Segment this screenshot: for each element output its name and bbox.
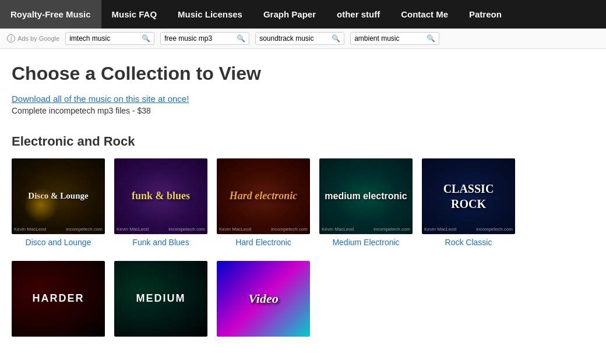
thumb-label-funk: funk & blues bbox=[114, 158, 207, 234]
credit-left-funk: Kevin MacLeod bbox=[117, 227, 149, 232]
ads-info: i Ads by Google bbox=[7, 34, 59, 43]
collection-item-funk[interactable]: funk & blues Kevin MacLeod incompetech.c… bbox=[114, 158, 207, 247]
collection-link-disco[interactable]: Disco and Lounge bbox=[26, 238, 91, 247]
collection-thumb-classic: CLASSIC ROCK Kevin MacLeod incompetech.c… bbox=[422, 158, 515, 234]
main-nav: Royalty-Free Music Music FAQ Music Licen… bbox=[0, 0, 606, 29]
credit-right-hard: incompetech.com bbox=[271, 227, 308, 232]
bottom-row: HARDER MEDIUM Video bbox=[12, 261, 594, 337]
credit-left-hard: Kevin MacLeod bbox=[219, 227, 251, 232]
download-all-link[interactable]: Download all of the music on this site a… bbox=[12, 94, 594, 104]
collection-item-classic[interactable]: CLASSIC ROCK Kevin MacLeod incompetech.c… bbox=[422, 158, 515, 247]
credit-line-hard: Kevin MacLeod incompetech.com bbox=[217, 227, 310, 232]
credit-line-funk: Kevin MacLeod incompetech.com bbox=[114, 227, 207, 232]
collection-item-hard[interactable]: Hard electronic Kevin MacLeod incompetec… bbox=[217, 158, 310, 247]
collection-item-medium2[interactable]: MEDIUM bbox=[114, 261, 207, 337]
collection-item-disco[interactable]: Disco & Lounge Kevin MacLeod incompetech… bbox=[12, 158, 105, 247]
nav-music-faq[interactable]: Music FAQ bbox=[101, 0, 168, 29]
credit-left-classic: Kevin MacLeod bbox=[424, 227, 456, 232]
main-content: Choose a Collection to View Download all… bbox=[0, 49, 606, 351]
thumb-label-classic: CLASSIC ROCK bbox=[422, 158, 515, 234]
collection-thumb-disco: Disco & Lounge Kevin MacLeod incompetech… bbox=[12, 158, 105, 234]
nav-royalty-free[interactable]: Royalty-Free Music bbox=[0, 0, 101, 29]
search-icon-4[interactable]: 🔍 bbox=[427, 34, 435, 43]
ads-bar: i Ads by Google 🔍 🔍 🔍 🔍 bbox=[0, 29, 606, 49]
ad-search-2[interactable]: 🔍 bbox=[160, 32, 249, 45]
ad-search-input-4[interactable] bbox=[354, 34, 424, 43]
nav-contact-me[interactable]: Contact Me bbox=[390, 0, 459, 29]
collection-link-hard[interactable]: Hard Electronic bbox=[235, 238, 291, 247]
credit-left-disco: Kevin MacLeod bbox=[14, 227, 46, 232]
ad-search-3[interactable]: 🔍 bbox=[255, 32, 344, 45]
nav-graph-paper[interactable]: Graph Paper bbox=[253, 0, 326, 29]
credit-right-medium: incompetech.com bbox=[374, 227, 410, 232]
collection-grid: Disco & Lounge Kevin MacLeod incompetech… bbox=[12, 158, 594, 247]
collection-thumb-medium2: MEDIUM bbox=[114, 261, 207, 337]
ads-by-google: Ads by Google bbox=[17, 35, 59, 42]
ads-info-icon[interactable]: i bbox=[7, 34, 15, 43]
nav-other-stuff[interactable]: other stuff bbox=[326, 0, 390, 29]
credit-left-medium: Kevin MacLeod bbox=[322, 227, 354, 232]
complete-text: Complete incompetech mp3 files - $38 bbox=[12, 106, 594, 115]
nav-patreon[interactable]: Patreon bbox=[459, 0, 512, 29]
thumb-label-disco: Disco & Lounge bbox=[12, 158, 105, 234]
search-icon-3[interactable]: 🔍 bbox=[332, 34, 340, 43]
ad-search-1[interactable]: 🔍 bbox=[65, 32, 154, 45]
collection-link-classic[interactable]: Rock Classic bbox=[445, 238, 492, 247]
collection-item-video[interactable]: Video bbox=[217, 261, 310, 337]
credit-right-classic: incompetech.com bbox=[476, 227, 513, 232]
credit-line-medium: Kevin MacLeod incompetech.com bbox=[319, 227, 413, 232]
page-title: Choose a Collection to View bbox=[12, 63, 594, 84]
credit-line-classic: Kevin MacLeod incompetech.com bbox=[422, 227, 515, 232]
credit-right-funk: incompetech.com bbox=[168, 227, 205, 232]
credit-line-disco: Kevin MacLeod incompetech.com bbox=[12, 227, 105, 232]
ad-search-input-1[interactable] bbox=[69, 34, 139, 43]
ad-search-input-2[interactable] bbox=[164, 34, 234, 43]
search-icon-2[interactable]: 🔍 bbox=[237, 34, 245, 43]
nav-music-licenses[interactable]: Music Licenses bbox=[167, 0, 253, 29]
collection-link-funk[interactable]: Funk and Blues bbox=[132, 238, 189, 247]
thumb-label-medium2: MEDIUM bbox=[114, 261, 207, 337]
search-icon-1[interactable]: 🔍 bbox=[142, 34, 150, 43]
collection-thumb-funk: funk & blues Kevin MacLeod incompetech.c… bbox=[114, 158, 207, 234]
thumb-label-harder: HARDER bbox=[12, 261, 105, 337]
ad-search-input-3[interactable] bbox=[259, 34, 329, 43]
collection-thumb-harder: HARDER bbox=[12, 261, 105, 337]
thumb-label-video: Video bbox=[217, 261, 310, 337]
collection-link-medium[interactable]: Medium Electronic bbox=[332, 238, 399, 247]
thumb-label-hard: Hard electronic bbox=[217, 158, 310, 234]
section-title-electronic-rock: Electronic and Rock bbox=[12, 134, 594, 149]
collection-thumb-video: Video bbox=[217, 261, 310, 337]
thumb-label-medium: medium electronic bbox=[319, 158, 413, 234]
collection-item-medium[interactable]: medium electronic Kevin MacLeod incompet… bbox=[319, 158, 413, 247]
collection-thumb-hard: Hard electronic Kevin MacLeod incompetec… bbox=[217, 158, 310, 234]
credit-right-disco: incompetech.com bbox=[66, 227, 103, 232]
collection-thumb-medium: medium electronic Kevin MacLeod incompet… bbox=[319, 158, 413, 234]
ad-search-4[interactable]: 🔍 bbox=[350, 32, 439, 45]
collection-item-harder[interactable]: HARDER bbox=[12, 261, 105, 337]
